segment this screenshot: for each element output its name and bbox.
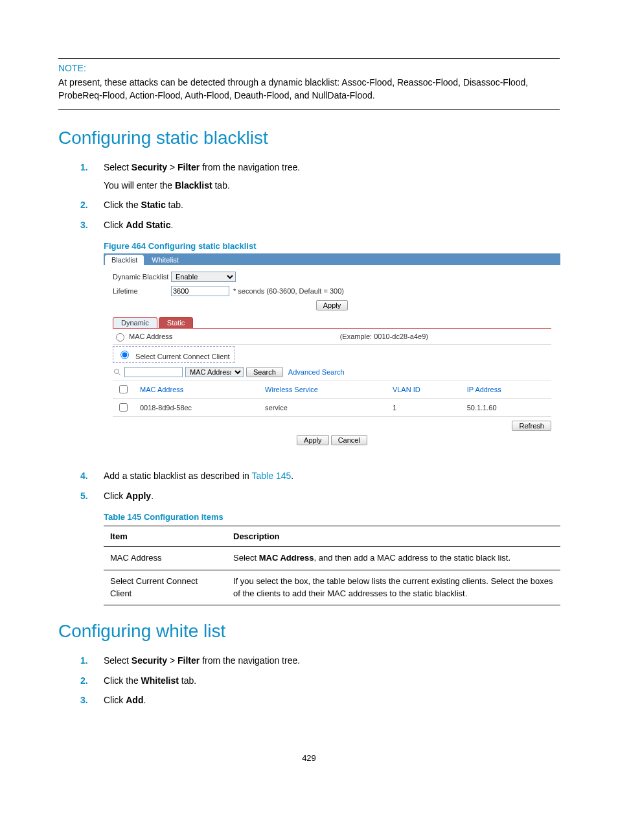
wl-step-2: 2. Click the Whitelist tab. (104, 673, 560, 688)
note-label: NOTE: (58, 63, 560, 73)
step-num: 2. (80, 198, 88, 212)
tab-whitelist[interactable]: Whitelist (145, 255, 185, 265)
config-desc: Select MAC Address, and then add a MAC a… (227, 546, 560, 570)
main-tabs: Blacklist Whitelist (104, 253, 560, 265)
step-num: 3. (80, 693, 88, 707)
step-num: 1. (80, 653, 88, 668)
page-number: 429 (58, 753, 560, 763)
wl-step-1: 1. Select Security > Filter from the nav… (104, 653, 560, 668)
config-row: Select Current Connect Client If you sel… (104, 570, 560, 605)
step-num: 2. (80, 673, 88, 688)
cancel-button[interactable]: Cancel (331, 435, 367, 445)
tab-blacklist[interactable]: Blacklist (105, 255, 144, 265)
select-all-checkbox[interactable] (119, 385, 128, 393)
search-text[interactable] (124, 367, 183, 377)
client-table: MAC Address Wireless Service VLAN ID IP … (113, 380, 551, 417)
col-mac: MAC Address (136, 380, 261, 399)
step-1: 1. Select Security > Filter from the nav… (104, 160, 560, 193)
config-col-item: Item (104, 526, 227, 546)
step-num: 4. (80, 469, 88, 483)
config-item: MAC Address (104, 546, 227, 570)
select-current-client-label: Select Current Connect Client (135, 353, 230, 360)
note-text: At present, these attacks can be detecte… (58, 76, 560, 102)
col-ip: IP Address (463, 380, 551, 399)
search-field-select[interactable]: MAC Address (185, 367, 244, 377)
row-checkbox[interactable] (119, 403, 128, 412)
search-button[interactable]: Search (246, 367, 283, 377)
svg-line-1 (119, 373, 120, 375)
select-current-client-radio[interactable] (120, 351, 129, 359)
dynamic-blacklist-select[interactable]: Enable (171, 272, 236, 282)
subtab-dynamic[interactable]: Dynamic (113, 317, 157, 328)
step-3: 3. Click Add Static. (104, 218, 560, 232)
lifetime-label: Lifetime (113, 287, 171, 295)
section-heading-white-list: Configuring white list (58, 621, 560, 642)
dynamic-blacklist-label: Dynamic Blacklist (113, 273, 171, 281)
step-text: Select Security > Filter from the naviga… (104, 162, 300, 172)
advanced-search-link[interactable]: Advanced Search (288, 368, 345, 376)
mac-address-radio-label: MAC Address (129, 332, 172, 340)
search-icon (113, 368, 122, 377)
select-current-client-box[interactable]: Select Current Connect Client (113, 346, 235, 363)
cell-vlan: 1 (389, 399, 463, 417)
step-4: 4. Add a static blacklist as described i… (104, 469, 560, 483)
sub-tabs: Dynamic Static (113, 317, 551, 329)
svg-point-0 (115, 369, 119, 374)
step-2: 2. Click the Static tab. (104, 198, 560, 212)
subtab-static[interactable]: Static (159, 317, 194, 328)
figure-title: Figure 464 Configuring static blacklist (104, 241, 560, 251)
config-row: MAC Address Select MAC Address, and then… (104, 546, 560, 570)
step-num: 1. (80, 160, 88, 174)
figure-screenshot: Blacklist Whitelist Dynamic Blacklist En… (104, 253, 560, 456)
step-subtext: You will enter the Blacklist tab. (104, 178, 560, 192)
cell-ip: 50.1.1.60 (463, 399, 551, 417)
step-num: 3. (80, 218, 88, 232)
cell-ws: service (261, 399, 389, 417)
mac-example: (Example: 0010-dc28-a4e9) (340, 332, 551, 340)
table-link[interactable]: Table 145 (252, 471, 292, 481)
mac-address-radio[interactable] (116, 333, 124, 342)
lifetime-input[interactable] (171, 286, 229, 296)
lifetime-hint: * seconds (60-3600, Default = 300) (233, 287, 344, 295)
config-col-desc: Description (227, 526, 560, 546)
wl-step-3: 3. Click Add. (104, 693, 560, 707)
table-row: 0018-8d9d-58ec service 1 50.1.1.60 (113, 399, 551, 417)
config-desc: If you select the box, the table below l… (227, 570, 560, 605)
section-heading-static-blacklist: Configuring static blacklist (58, 128, 560, 148)
apply-button[interactable]: Apply (316, 300, 349, 310)
table-title: Table 145 Configuration items (104, 512, 560, 522)
refresh-button[interactable]: Refresh (512, 421, 551, 431)
col-vlan: VLAN ID (389, 380, 463, 399)
config-table: Item Description MAC Address Select MAC … (104, 526, 560, 606)
step-num: 5. (80, 489, 88, 503)
cell-mac: 0018-8d9d-58ec (136, 399, 261, 417)
step-5: 5. Click Apply. (104, 489, 560, 503)
config-item: Select Current Connect Client (104, 570, 227, 605)
col-wireless-service: Wireless Service (261, 380, 389, 399)
apply-button-bottom[interactable]: Apply (297, 435, 329, 445)
note-block: NOTE: At present, these attacks can be d… (58, 58, 560, 110)
